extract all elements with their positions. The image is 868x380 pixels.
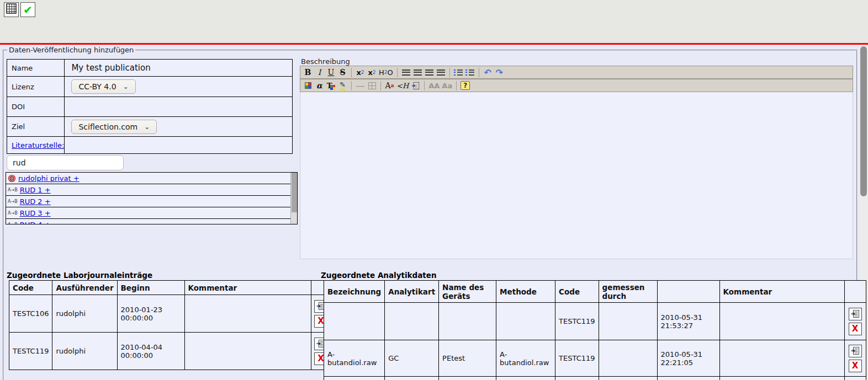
- col-header: gemessen durch: [599, 281, 657, 303]
- greek-alpha-icon[interactable]: α: [314, 80, 325, 92]
- strikethrough-icon[interactable]: S: [337, 67, 348, 78]
- list-item[interactable]: A→B RUD 4 +: [6, 219, 290, 224]
- suggestion-link[interactable]: RUD 3 +: [20, 209, 51, 217]
- undo-icon[interactable]: ↶: [482, 67, 494, 78]
- col-header: Name des Geräts: [439, 281, 496, 303]
- col-header: Kommentar: [719, 281, 844, 303]
- open-entry-button[interactable]: [849, 345, 862, 357]
- literaturstelle-field[interactable]: [65, 137, 293, 154]
- list-item[interactable]: rudolphi privat +: [6, 173, 290, 184]
- cell-kommentar: [719, 303, 844, 340]
- insert-table-icon[interactable]: [366, 80, 378, 92]
- col-header: Methode: [496, 281, 555, 303]
- toolbar-separator: [479, 68, 479, 77]
- html-source-icon[interactable]: <H: [395, 80, 410, 92]
- delete-button[interactable]: X: [849, 323, 862, 335]
- toolbar-separator: [380, 81, 381, 90]
- name-field[interactable]: My test publication: [65, 60, 293, 77]
- spreadsheet-button[interactable]: [4, 2, 19, 17]
- confirm-button[interactable]: ✔: [20, 2, 35, 17]
- small-caps-icon[interactable]: Aa: [441, 80, 453, 92]
- form-row-name: Name My test publication: [7, 60, 293, 77]
- toolbar-separator: [351, 81, 352, 90]
- lizenz-select[interactable]: CC-BY 4.0 ⌄: [71, 79, 135, 94]
- chevron-down-icon: ⌄: [123, 83, 129, 90]
- table-row: TESTC119 2010-05-31 21:53:27 X: [324, 303, 866, 340]
- chemical-formula-icon[interactable]: H2O: [378, 67, 394, 78]
- cell-analytikart: GC: [385, 340, 439, 377]
- delete-button[interactable]: X: [849, 360, 862, 372]
- suggestion-scrollbar-thumb[interactable]: [292, 173, 297, 212]
- journal-table-title: Zugeordnete Laborjournaleinträge: [7, 271, 152, 280]
- ziel-selected-value: Sciflection.com: [78, 122, 137, 131]
- cell-code: TESTC119: [9, 333, 52, 370]
- cell-beginn: 2010-04-04 00:00:00: [117, 333, 184, 370]
- journal-table: Code Ausführender Beginn Kommentar TESTC…: [9, 280, 331, 370]
- form-row-ziel: Ziel Sciflection.com ⌄: [7, 117, 293, 137]
- underline-icon[interactable]: U: [325, 67, 337, 78]
- lizenz-selected-value: CC-BY 4.0: [78, 82, 116, 91]
- cell-ausfuehrender: rudolphi: [52, 295, 117, 333]
- cell-gemessen: [599, 377, 657, 380]
- list-item[interactable]: A→B RUD 2 +: [6, 196, 290, 207]
- table-row: TESTC119 rudolphi 2010-04-04 00:00:00 X: [9, 333, 331, 370]
- analytics-table: Bezeichnung Analytikart Name des Geräts …: [324, 280, 866, 380]
- help-icon[interactable]: ?: [459, 80, 471, 92]
- literaturstelle-link[interactable]: Literaturstelle:: [12, 141, 64, 149]
- font-size-icon[interactable]: Aa: [384, 80, 395, 92]
- insert-symbol-icon[interactable]: [302, 80, 314, 92]
- a-to-b-icon: A→B: [8, 211, 18, 216]
- suggestion-link[interactable]: RUD 1 +: [20, 186, 51, 194]
- cell-methode: [496, 377, 555, 380]
- cell-kommentar: [719, 377, 844, 380]
- suggestion-scrollbar[interactable]: [290, 173, 297, 224]
- cell-analytikart: [385, 303, 439, 340]
- table-row: A-butandiol.raw GC PEtest A-butandiol.ra…: [324, 340, 866, 377]
- uppercase-icon[interactable]: AA: [427, 80, 441, 92]
- toolbar-separator: [351, 68, 352, 77]
- ziel-select[interactable]: Sciflection.com ⌄: [71, 120, 157, 134]
- col-header: Bezeichnung: [324, 281, 385, 303]
- cell-kommentar: [184, 295, 311, 333]
- open-entry-icon: [851, 346, 860, 355]
- doi-label: DOI: [7, 97, 65, 117]
- bullet-list-icon[interactable]: [453, 67, 464, 78]
- cell-bezeichnung: [324, 303, 385, 340]
- redo-icon[interactable]: ↷: [494, 67, 505, 78]
- cell-geraet: [439, 377, 496, 380]
- align-justify-icon[interactable]: [435, 67, 447, 78]
- col-header: [657, 281, 719, 303]
- journal-header-row: Code Ausführender Beginn Kommentar: [9, 281, 331, 295]
- list-item[interactable]: A→B RUD 3 +: [6, 207, 290, 219]
- cell-code: TESTC119: [555, 303, 599, 340]
- subscript-icon[interactable]: x2: [354, 67, 366, 78]
- align-left-icon[interactable]: [400, 67, 412, 78]
- horizontal-rule-icon[interactable]: —: [354, 80, 366, 92]
- cell-gemessen: [599, 303, 657, 340]
- search-input[interactable]: [7, 155, 124, 170]
- form-row-literaturstelle: Literaturstelle:: [7, 137, 293, 154]
- align-center-icon[interactable]: [412, 67, 424, 78]
- suggestion-list: rudolphi privat + A→B RUD 1 + A→B RUD 2 …: [6, 172, 298, 224]
- col-header: Analytikart: [385, 281, 439, 303]
- highlighter-icon[interactable]: ✎: [337, 80, 348, 92]
- bold-icon[interactable]: B: [302, 67, 314, 78]
- paste-document-icon[interactable]: [410, 80, 421, 92]
- page-scrollbar-thumb[interactable]: [860, 46, 867, 196]
- align-right-icon[interactable]: [424, 67, 435, 78]
- doi-field[interactable]: [65, 97, 293, 117]
- suggestion-link[interactable]: RUD 2 +: [20, 197, 51, 206]
- list-item[interactable]: A→B RUD 1 +: [6, 184, 290, 196]
- open-entry-icon: [851, 309, 860, 318]
- suggestion-link[interactable]: rudolphi privat +: [18, 174, 80, 183]
- italic-icon[interactable]: I: [314, 67, 325, 78]
- col-header: Code: [9, 281, 52, 295]
- suggestion-link[interactable]: RUD 4 +: [20, 221, 51, 224]
- cell-code: TESTC106: [9, 295, 52, 333]
- open-entry-button[interactable]: [849, 308, 862, 320]
- cell-datum: 2010-05-31 22:21:05: [657, 340, 719, 377]
- superscript-icon[interactable]: x2: [366, 67, 378, 78]
- text-color-icon[interactable]: T: [325, 80, 337, 92]
- numbered-list-icon[interactable]: [464, 67, 476, 78]
- editor-content-area[interactable]: [300, 92, 853, 259]
